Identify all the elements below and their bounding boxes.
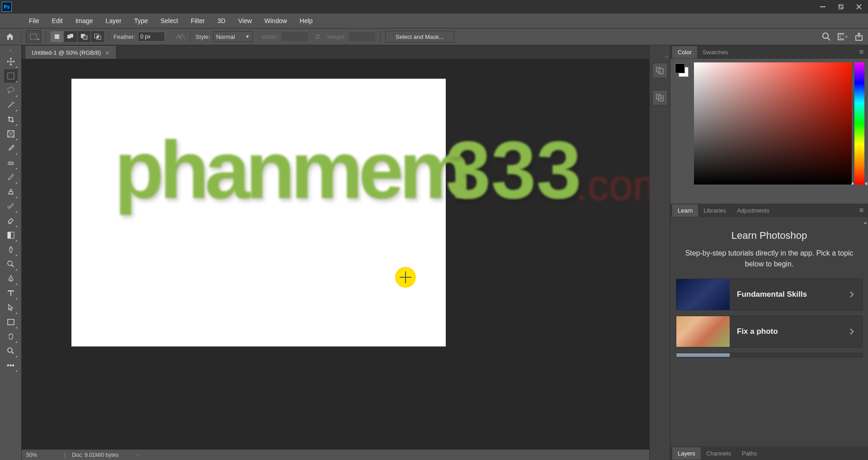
properties-panel-icon[interactable] [652,90,668,105]
blur-tool[interactable] [4,243,18,256]
style-select[interactable]: Normal▼ [213,31,253,42]
tutorial-partial[interactable] [676,353,863,357]
doc-info-chevron-icon[interactable]: › [137,452,139,458]
zoom-tool[interactable] [4,344,18,358]
type-tool[interactable] [4,286,18,300]
mode-new-selection[interactable] [51,31,63,42]
svg-rect-6 [70,34,73,38]
menu-layer[interactable]: Layer [99,14,128,27]
antialias-icon[interactable] [175,33,186,41]
height-input [349,32,376,42]
menu-help[interactable]: Help [293,14,319,27]
tool-preset-picker[interactable] [26,30,41,43]
menu-window[interactable]: Window [258,14,293,27]
chevron-right-icon [841,291,862,298]
feather-input[interactable] [138,32,165,42]
close-button[interactable] [850,0,868,14]
tutorial-title: Fix a photo [730,327,841,336]
watermark-text-2: 333 [446,123,581,217]
minimize-button[interactable] [814,0,832,14]
path-selection-tool[interactable] [4,301,18,314]
history-brush-tool[interactable] [4,199,18,213]
color-tab[interactable]: Color [672,46,697,58]
app-logo: Ps [2,2,12,12]
menu-select[interactable]: Select [154,14,184,27]
canvas-viewport[interactable]: phanmem 333 .com [22,59,649,449]
hue-slider[interactable] [854,62,864,185]
home-icon[interactable] [4,30,16,43]
menu-filter[interactable]: Filter [184,14,211,27]
menu-file[interactable]: File [23,14,46,27]
adjustments-tab[interactable]: Adjustments [731,204,775,217]
select-and-mask-button[interactable]: Select and Mask... [385,31,454,43]
frame-tool[interactable] [4,127,18,141]
close-tab-icon[interactable]: × [105,49,109,57]
color-panel-header: Color Swatches ≡ [670,45,868,59]
menu-3d[interactable]: 3D [211,14,232,27]
rectangle-tool[interactable] [4,315,18,329]
share-icon[interactable] [854,31,864,42]
clone-stamp-tool[interactable] [4,185,18,199]
menu-image[interactable]: Image [69,14,99,27]
tools-panel: » ••• [0,45,22,460]
collapsed-dock: ‹‹ [649,45,670,460]
color-field[interactable] [694,62,852,185]
panel-menu-icon[interactable]: ≡ [857,48,866,56]
swatches-tab[interactable]: Swatches [697,46,733,58]
lasso-tool[interactable] [4,84,18,97]
gradient-tool[interactable] [4,228,18,242]
watermark-text-3: .com [576,161,649,210]
mode-intersect-selection[interactable] [91,31,104,42]
feather-label: Feather: [113,33,135,40]
eyedropper-tool[interactable] [4,142,18,155]
tutorial-fix-photo[interactable]: Fix a photo [676,316,863,347]
watermark-text-1: phanmem [114,123,467,217]
title-bar: Ps [0,0,868,14]
menu-type[interactable]: Type [128,14,154,27]
layers-tab[interactable]: Layers [672,447,701,460]
search-icon[interactable] [821,31,832,42]
mode-subtract-selection[interactable] [78,31,90,42]
foreground-background-swatch[interactable] [675,63,689,77]
svg-point-22 [8,261,12,266]
menu-edit[interactable]: Edit [46,14,69,27]
paths-tab[interactable]: Paths [736,447,762,460]
menu-view[interactable]: View [232,14,258,27]
mode-add-selection[interactable] [64,31,77,42]
window-controls [814,0,868,14]
eraser-tool[interactable] [4,214,18,228]
panel-menu-icon[interactable]: ≡ [857,206,866,214]
svg-rect-1 [838,5,842,9]
magic-wand-tool[interactable] [4,98,18,112]
svg-rect-4 [55,34,59,39]
brush-tool[interactable] [4,171,18,184]
channels-tab[interactable]: Channels [701,447,736,460]
height-label: Height: [327,33,346,40]
zoom-level[interactable]: 50% [26,452,58,458]
history-panel-icon[interactable] [652,63,668,78]
document-area: Untitled-1 @ 50% (RGB/8) × phanmem 333 .… [22,45,649,460]
pen-tool[interactable] [4,272,18,285]
scroll-up-icon[interactable] [863,220,867,225]
marquee-tool[interactable] [4,69,18,83]
edit-toolbar-button[interactable]: ••• [4,359,18,372]
foreground-color[interactable] [675,63,685,73]
menu-bar: File Edit Image Layer Type Select Filter… [0,14,868,28]
status-bar: 50% | Doc: 9.01M/0 bytes › [22,449,649,460]
dodge-tool[interactable] [4,257,18,271]
svg-rect-8 [83,36,87,39]
tutorial-fundamental-skills[interactable]: Fundamental Skills [676,279,863,310]
healing-brush-tool[interactable] [4,156,18,170]
document-tab[interactable]: Untitled-1 @ 50% (RGB/8) × [25,46,116,59]
doc-info[interactable]: Doc: 9.01M/0 bytes [72,452,118,458]
hand-tool[interactable] [4,330,18,343]
frame-icon[interactable]: ▼ [837,31,848,42]
crop-tool[interactable] [4,113,18,126]
learn-tab[interactable]: Learn [672,204,698,217]
svg-rect-26 [659,69,663,74]
document-tab-bar: Untitled-1 @ 50% (RGB/8) × [22,45,649,59]
libraries-tab[interactable]: Libraries [698,204,731,217]
move-tool[interactable] [4,55,18,68]
svg-rect-2 [840,4,844,8]
maximize-button[interactable] [832,0,850,14]
